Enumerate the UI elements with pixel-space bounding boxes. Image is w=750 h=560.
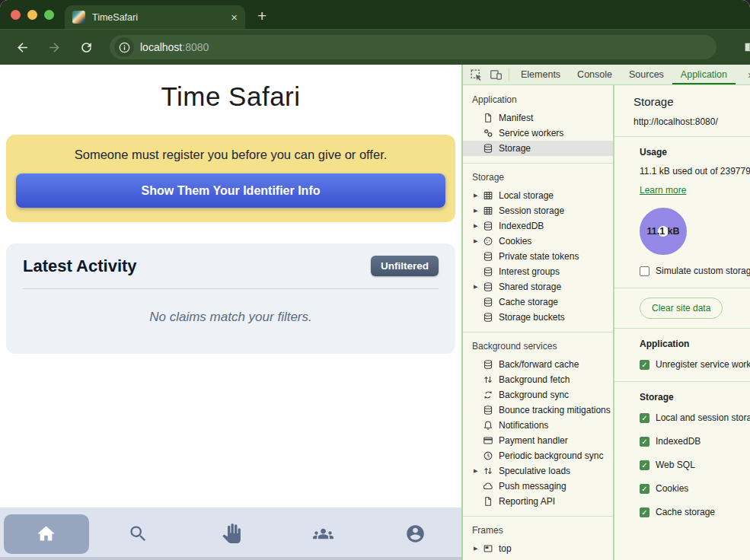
sync-icon	[483, 390, 493, 400]
tab-elements[interactable]: Elements	[512, 65, 569, 84]
alert-message: Someone must register you before you can…	[16, 148, 445, 162]
unfiltered-button[interactable]: Unfiltered	[371, 256, 439, 276]
donut-label: 11.1 kB	[646, 226, 679, 237]
browser-tab[interactable]: TimeSafari ×	[65, 5, 245, 29]
search-icon	[128, 523, 148, 544]
sidebar-item-local-storage[interactable]: Local storage	[463, 188, 613, 203]
unregister-checkbox[interactable]	[640, 360, 649, 370]
sidebar-item-speculative-loads[interactable]: Speculative loads	[463, 463, 613, 479]
sidebar-item-session-storage[interactable]: Session storage	[463, 203, 613, 218]
sidebar-item-storage-buckets[interactable]: Storage buckets	[463, 310, 613, 325]
sidebar-item-indexeddb[interactable]: IndexedDB	[463, 218, 613, 234]
cookies-checkbox[interactable]	[640, 484, 649, 494]
database-icon	[483, 359, 493, 370]
report-origin: http://localhost:8080/	[634, 116, 750, 127]
table-icon	[483, 190, 493, 201]
sidebar-item-back-forward-cache[interactable]: Back/forward cache	[463, 357, 613, 372]
sidebar-item-cache-storage[interactable]: Cache storage	[463, 294, 613, 310]
sidebar-item-push-messaging[interactable]: Push messaging	[463, 479, 613, 494]
file-icon	[483, 496, 493, 507]
tab-sources[interactable]: Sources	[621, 65, 672, 84]
application-heading: Application	[640, 339, 750, 349]
person-icon	[405, 523, 426, 544]
database-icon	[483, 312, 493, 323]
table-icon	[483, 205, 493, 216]
show-identifier-button[interactable]: Show Them Your Identifier Info	[16, 173, 445, 208]
sidebar-item-payment-handler[interactable]: Payment handler	[463, 433, 613, 448]
expand-arrow-icon[interactable]	[474, 208, 483, 214]
empty-state-message: No claims match your filters.	[23, 310, 439, 325]
sidebar-item-cookies[interactable]: Cookies	[463, 234, 613, 249]
sidebar-item-interest-groups[interactable]: Interest groups	[463, 264, 613, 279]
bottom-navigation	[0, 508, 461, 560]
sidebar-item-manifest[interactable]: Manifest	[463, 110, 613, 126]
application-section: Application Unregister service workers	[614, 329, 750, 382]
device-toolbar-icon[interactable]	[486, 65, 506, 84]
nav-contacts-button[interactable]	[277, 523, 369, 544]
sidebar-item-bounce-tracking[interactable]: Bounce tracking mitigations	[463, 402, 613, 418]
indexeddb-checkbox[interactable]	[640, 437, 649, 447]
expand-arrow-icon[interactable]	[474, 223, 483, 229]
nav-profile-button[interactable]	[369, 523, 461, 544]
activity-heading: Latest Activity	[23, 256, 137, 276]
clock-icon	[483, 450, 493, 461]
sidebar-item-shared-storage[interactable]: Shared storage	[463, 279, 613, 294]
sidebar-item-background-sync[interactable]: Background sync	[463, 387, 613, 402]
storage-option-row: IndexedDB	[640, 436, 750, 447]
sidebar-item-top-frame[interactable]: top	[463, 541, 613, 556]
expand-arrow-icon[interactable]	[474, 546, 483, 552]
sidebar-item-notifications[interactable]: Notifications	[463, 418, 613, 433]
sidebar-item-service-workers[interactable]: Service workers	[463, 126, 613, 141]
zoom-window-button[interactable]	[44, 10, 54, 20]
usage-section: Usage 11.1 kB used out of 239779 Learn m…	[614, 137, 750, 288]
tab-close-icon[interactable]: ×	[231, 11, 238, 23]
usage-heading: Usage	[640, 147, 750, 158]
local-session-checkbox[interactable]	[640, 413, 649, 423]
hand-icon	[221, 523, 241, 544]
site-info-icon[interactable]	[114, 37, 134, 57]
sidebar-item-private-state-tokens[interactable]: Private state tokens	[463, 249, 613, 264]
learn-more-link[interactable]: Learn more	[640, 185, 686, 196]
expand-arrow-icon[interactable]	[474, 284, 483, 290]
up-down-arrows-icon	[483, 466, 493, 476]
home-icon	[36, 523, 56, 544]
section-frames: Frames	[463, 522, 613, 541]
unregister-label: Unregister service workers	[656, 359, 750, 370]
browser-window: TimeSafari × + localhost:8080 Time Safar…	[0, 0, 750, 560]
expand-arrow-icon[interactable]	[474, 468, 483, 474]
usage-donut-chart: 11.1 kB	[640, 208, 687, 255]
inspect-element-icon[interactable]	[466, 65, 486, 84]
forward-button[interactable]	[41, 34, 67, 60]
clear-data-row: Clear site data including third-party co…	[614, 288, 750, 329]
storage-option-row: Local and session storage	[640, 412, 750, 423]
address-bar[interactable]: localhost:8080	[110, 35, 716, 59]
sidebar-item-storage[interactable]: Storage	[463, 141, 613, 156]
minimize-window-button[interactable]	[27, 10, 37, 20]
simulate-checkbox[interactable]	[640, 266, 649, 276]
storage-report: Storage http://localhost:8080/ Usage 11.…	[614, 85, 750, 560]
sidebar-item-periodic-background-sync[interactable]: Periodic background sync	[463, 448, 613, 463]
nav-home-button[interactable]	[4, 514, 89, 554]
sidebar-item-reporting-api[interactable]: Reporting API	[463, 494, 613, 509]
expand-arrow-icon[interactable]	[474, 238, 483, 244]
reload-button[interactable]	[73, 34, 99, 60]
simulate-label: Simulate custom storage	[656, 266, 750, 276]
close-window-button[interactable]	[11, 10, 21, 20]
tab-application[interactable]: Application	[672, 65, 736, 84]
cache-storage-checkbox[interactable]	[640, 508, 649, 517]
tab-console[interactable]: Console	[569, 65, 621, 84]
side-panel-icon[interactable]	[743, 41, 750, 56]
file-icon	[483, 113, 493, 123]
cookie-icon	[483, 236, 493, 247]
nav-projects-button[interactable]	[184, 523, 276, 544]
report-title: Storage	[634, 95, 750, 108]
expand-arrow-icon[interactable]	[474, 192, 483, 199]
sidebar-item-background-fetch[interactable]: Background fetch	[463, 372, 613, 387]
nav-search-button[interactable]	[92, 523, 184, 544]
registration-alert: Someone must register you before you can…	[6, 135, 455, 222]
clear-site-data-button[interactable]: Clear site data	[640, 298, 723, 319]
new-tab-button[interactable]: +	[257, 7, 266, 25]
websql-checkbox[interactable]	[640, 460, 649, 470]
toolbar-separator	[509, 68, 509, 81]
back-button[interactable]	[9, 34, 35, 60]
